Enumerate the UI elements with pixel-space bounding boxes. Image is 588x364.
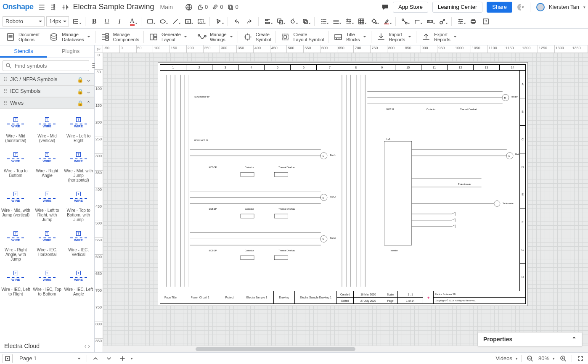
help-toolbar-icon[interactable]: ? — [480, 16, 491, 27]
symbol-11[interactable]: TWIREWire - IEC, Vertical — [63, 224, 94, 264]
style-copy-icon[interactable] — [437, 16, 448, 27]
tree-icon[interactable] — [50, 3, 57, 11]
onshape-logo[interactable]: Onshape — [3, 3, 34, 11]
ellipse-shape-icon[interactable] — [157, 16, 168, 27]
special-char-icon[interactable]: A — [195, 16, 206, 27]
symbol-12[interactable]: TWIREWire - IEC, Left to Right — [0, 264, 32, 299]
symbol-2[interactable]: TWIREWire - Left to Right — [63, 111, 94, 145]
page-select[interactable]: Page 1 — [16, 354, 83, 363]
links-stat[interactable]: 0 — [212, 4, 223, 10]
chevron-down-icon: ⌄ — [86, 76, 91, 83]
add-page-icon[interactable] — [117, 354, 127, 363]
create-symbol-button[interactable]: CreateSymbol — [240, 31, 274, 43]
copies-stat[interactable]: 0 — [227, 4, 238, 10]
category-jic-nfpa[interactable]: ⠿JIC / NFPA Symbols 🔒 ⌄ — [0, 74, 94, 85]
rect-shape-icon[interactable] — [145, 16, 156, 27]
symbol-search[interactable] — [3, 60, 89, 71]
symbol-6[interactable]: TWIREWire - Mid, with Jump (vertical) — [0, 185, 32, 224]
document-options-button[interactable]: DocumentOptions — [3, 31, 42, 43]
measure-tool-icon[interactable] — [424, 16, 435, 27]
fill-color-icon[interactable] — [368, 16, 379, 27]
page-prev-icon[interactable]: ‹ — [85, 343, 87, 349]
symbol-7[interactable]: TWIREWire - Left to Right, with Jump — [32, 185, 63, 224]
text-tool-icon[interactable]: A — [183, 16, 193, 27]
bold-icon[interactable]: B — [89, 16, 100, 27]
insert-icon[interactable] — [61, 3, 69, 11]
document-title[interactable]: Electra Sample Drawing — [73, 3, 154, 11]
line-color-icon[interactable] — [381, 16, 392, 27]
underline-icon[interactable]: U — [101, 16, 112, 27]
symbol-9[interactable]: TWIREWire - Right Angle, with Jump — [0, 224, 32, 264]
font-select[interactable]: Roboto — [3, 16, 45, 26]
properties-panel-toggle[interactable]: Properties ⌃ — [478, 332, 582, 346]
page-down-icon[interactable] — [104, 354, 114, 363]
app-store-button[interactable]: App Store — [393, 2, 428, 13]
manage-wirings-button[interactable]: ManageWirings — [194, 31, 236, 43]
canvas[interactable]: px -500501001502002503003504004505005506… — [95, 45, 588, 352]
symbol-13[interactable]: TWIREWire - IEC, Top to Bottom — [32, 264, 63, 299]
print-icon[interactable] — [468, 16, 479, 27]
hamburger-icon[interactable] — [38, 3, 45, 11]
line-shape-icon[interactable] — [170, 16, 181, 27]
import-reports-button[interactable]: ImportReports — [373, 31, 415, 43]
symbol-0[interactable]: TWIREWire - Mid (horizontal) — [0, 111, 32, 145]
comments-icon[interactable] — [381, 3, 389, 11]
svg-point-2 — [53, 8, 55, 10]
tab-plugins[interactable]: Plugins — [47, 45, 94, 58]
category-wires[interactable]: ⠿Wires 🔒 ⌃ — [0, 97, 94, 109]
symbol-4[interactable]: TWIREWire - Right Angle — [32, 145, 63, 185]
manage-components-button[interactable]: ManageComponents — [97, 31, 142, 43]
likes-stat[interactable]: 0 — [197, 4, 208, 10]
align-tool-icon[interactable] — [262, 16, 273, 27]
font-size-select[interactable]: 14px — [46, 16, 69, 26]
zoom-level[interactable]: 80% — [538, 355, 549, 361]
globe-icon[interactable] — [185, 3, 193, 11]
list-type-icon[interactable] — [318, 16, 329, 27]
text-color-icon[interactable]: A — [127, 16, 138, 27]
undo-icon[interactable] — [231, 16, 242, 27]
symbol-8[interactable]: TWIREWire - Top to Bottom, with Jump — [63, 185, 94, 224]
line-height-icon[interactable] — [71, 16, 82, 27]
schematic-diagram[interactable]: ISO1 Isolator 3P MCB1 MCB 3P — [160, 71, 519, 291]
help-icon[interactable]: ? ▾ — [516, 3, 524, 11]
order-tool-icon[interactable] — [300, 16, 311, 27]
italic-icon[interactable]: I — [114, 16, 125, 27]
canvas-h-scrollbar[interactable] — [103, 346, 588, 352]
connector-tool-icon[interactable] — [399, 16, 410, 27]
layers-icon[interactable] — [3, 354, 13, 363]
generate-layout-button[interactable]: GenerateLayout — [146, 31, 190, 43]
zoom-out-icon[interactable] — [525, 354, 535, 363]
create-layout-symbol-button[interactable]: CreateLayout Symbol — [277, 31, 326, 43]
arrow-style-icon[interactable] — [343, 16, 354, 27]
symbol-3[interactable]: TWIREWire - Top to Bottom — [0, 145, 32, 185]
line-style-icon[interactable] — [331, 16, 342, 27]
zoom-in-icon[interactable] — [558, 354, 568, 363]
page-up-icon[interactable] — [90, 354, 101, 363]
grid-toggle-icon[interactable] — [356, 16, 367, 27]
group-tool-icon[interactable] — [275, 16, 286, 27]
symbol-14[interactable]: TWIREWire - IEC, Left Angle — [63, 264, 94, 299]
title-blocks-button[interactable]: TitleBlocks — [330, 31, 369, 43]
tab-stencils[interactable]: Stencils — [0, 45, 47, 58]
search-input[interactable] — [14, 62, 86, 69]
symbol-10[interactable]: TWIREWire - IEC, Horizontal — [32, 224, 63, 264]
corner-style-icon[interactable] — [412, 16, 423, 27]
learning-center-button[interactable]: Learning Center — [432, 2, 482, 13]
redo-icon[interactable] — [244, 16, 255, 27]
export-reports-button[interactable]: ExportReports — [418, 31, 460, 43]
fullscreen-icon[interactable] — [575, 354, 585, 363]
slider-tool-icon[interactable] — [455, 16, 466, 27]
drawing-page[interactable]: 1234567891011121314 ABCDEFGH — [158, 62, 528, 306]
symbol-1[interactable]: TWIREWire - Mid (vertical) — [32, 111, 63, 145]
page-next-icon[interactable]: › — [88, 343, 90, 349]
symbol-5[interactable]: TWIREWire - Mid, with Jump (horizontal) — [63, 145, 94, 185]
select-tool-icon[interactable] — [213, 16, 224, 27]
manage-databases-button[interactable]: ManageDatabases — [46, 31, 93, 43]
rotate-tool-icon[interactable] — [287, 16, 298, 27]
category-iec[interactable]: ⠿IEC Symbols 🔒 ⌄ — [0, 85, 94, 97]
user-avatar-icon[interactable] — [536, 3, 545, 11]
share-button[interactable]: Share — [487, 2, 512, 13]
branch-name[interactable]: Main — [160, 4, 173, 11]
videos-link[interactable]: Videos — [495, 355, 512, 361]
user-name[interactable]: Kiersten Tan — [549, 4, 579, 10]
